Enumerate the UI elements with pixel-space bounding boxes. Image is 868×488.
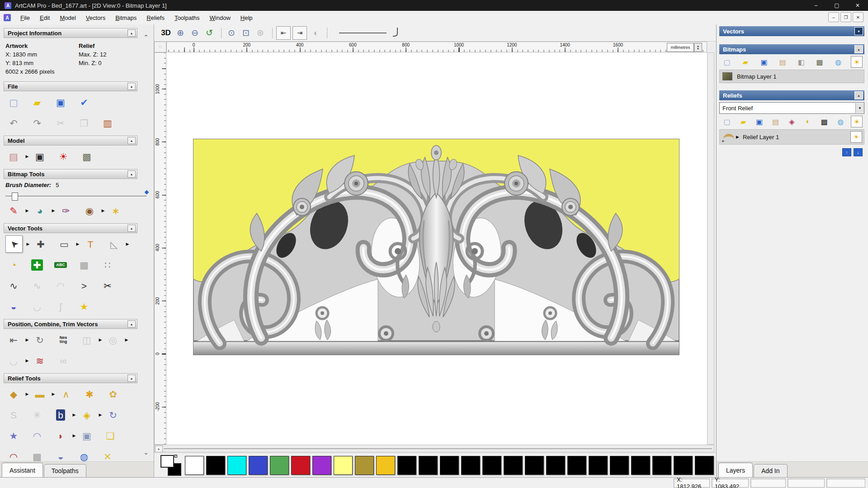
vectors-collapse-button[interactable]: ▼ (854, 27, 863, 35)
relief-layer-row[interactable]: ▶ Relief Layer 1 ☀ (719, 129, 864, 145)
paste-text-abc-icon[interactable]: ABC (52, 257, 69, 273)
colour-swatch-3[interactable] (249, 456, 268, 475)
colour-swatch-13[interactable] (461, 456, 480, 475)
minimize-button[interactable]: – (806, 0, 826, 11)
load-image-icon[interactable]: ▩ (79, 148, 95, 164)
texture-relief-icon[interactable]: ★ (5, 427, 22, 444)
colour-swatch-14[interactable] (482, 456, 501, 475)
preview-relief-layer-button[interactable]: ◖ (309, 27, 321, 39)
close-button[interactable]: ✕ (847, 0, 868, 11)
flyout-arrow-icon[interactable]: ▶ (24, 358, 30, 363)
lighting-icon[interactable]: ☀ (55, 148, 71, 164)
create-rectangle-icon[interactable]: ▭ (56, 236, 72, 252)
colour-swatch-24[interactable] (695, 456, 714, 475)
rollup-button[interactable]: ▲ (127, 320, 136, 328)
tab-add-in[interactable]: Add In (754, 464, 787, 477)
create-star-icon[interactable]: ★ (76, 298, 92, 314)
reliefs-collapse-button[interactable]: ▲ (854, 91, 863, 99)
image-layer-icon[interactable]: ▩ (814, 56, 826, 68)
spin-relief-icon[interactable]: ✿ (105, 386, 121, 402)
tab-layers[interactable]: Layers (718, 463, 753, 477)
child-minimize-button[interactable]: – (828, 12, 839, 22)
greyscale-relief-icon[interactable]: ▩ (818, 116, 830, 127)
slider-thumb[interactable] (12, 192, 18, 201)
delete-relief-layer-icon[interactable]: ◍ (835, 116, 846, 127)
paste-bitmap-icon[interactable]: ▤ (777, 56, 788, 68)
tape-measure-icon[interactable]: ◔ (5, 257, 22, 273)
colour-swatch-7[interactable] (334, 456, 353, 475)
vertical-scrollbar[interactable] (707, 52, 714, 445)
colour-swatch-23[interactable] (674, 456, 693, 475)
ruler-origin-button[interactable]: ∷ (154, 42, 166, 52)
scrollbar-left-button[interactable]: ▸ (155, 446, 163, 452)
fit-arcs-icon[interactable]: > (76, 277, 92, 294)
menu-toolpaths[interactable]: Toolpaths (170, 13, 205, 23)
child-restore-button[interactable]: ❐ (840, 12, 851, 22)
colour-swatch-8[interactable] (355, 456, 374, 475)
two-rail-sweep-icon[interactable]: ∧ (58, 386, 74, 402)
open-model-icon[interactable]: ▰ (29, 94, 45, 110)
fillet-icon[interactable]: ◡ (5, 352, 22, 369)
child-close-button[interactable]: ✕ (853, 12, 863, 22)
mirror-vectors-icon[interactable]: ʃ (52, 298, 69, 314)
flyout-arrow-icon[interactable]: ▶ (98, 413, 103, 417)
copy-icon[interactable]: ❐ (76, 115, 92, 131)
create-polyline-icon[interactable]: ∿ (5, 277, 22, 294)
interlock-icon[interactable]: ∞ (55, 352, 71, 369)
flyout-arrow-icon[interactable]: ▶ (125, 242, 130, 246)
tab-assistant[interactable]: Assistant (2, 463, 43, 477)
align-vectors-icon[interactable]: ⇤ (5, 332, 22, 348)
menu-edit[interactable]: Edit (35, 13, 55, 23)
group-vectors-icon[interactable]: ◫ (79, 332, 95, 348)
flyout-arrow-icon[interactable]: ▶ (24, 392, 30, 396)
create-plane-icon[interactable]: ▬ (32, 386, 48, 402)
move-layer-down-button[interactable]: ↓ (854, 148, 863, 156)
relief-layers-icon[interactable]: ❏ (102, 427, 118, 444)
transform-vectors-icon[interactable]: ✚ (33, 236, 49, 252)
open-relief-icon[interactable]: ▰ (737, 116, 749, 127)
vector-texture-icon[interactable]: ≋ (32, 352, 48, 369)
new-relief-layer-icon[interactable]: ▢ (721, 116, 733, 127)
panel-scroll-down-icon[interactable]: ⌄ (141, 447, 151, 457)
flyout-arrow-icon[interactable]: ▶ (75, 242, 80, 246)
relief-visibility-bulb-icon[interactable]: ☀ (850, 131, 862, 143)
menu-file[interactable]: File (15, 13, 35, 23)
move-layer-up-button[interactable]: ↑ (842, 148, 851, 156)
invert-model-icon[interactable]: ▣ (32, 148, 48, 164)
save-bitmap-icon[interactable]: ▣ (758, 56, 770, 68)
zoom-1to1-button[interactable]: ⊙ (225, 27, 238, 39)
weld-vectors-icon[interactable]: ◎ (105, 332, 121, 348)
previous-view-button[interactable]: ⇤ (276, 26, 291, 40)
model-options-icon[interactable]: ✔ (76, 94, 92, 110)
colour-swatch-6[interactable] (312, 456, 331, 475)
notes-icon[interactable]: ▥ (99, 115, 116, 131)
rollup-button[interactable]: ▲ (127, 170, 136, 178)
horizontal-scrollbar[interactable]: ▸ (154, 445, 714, 452)
new-model-icon[interactable]: ▢ (5, 94, 22, 110)
flood-fill-icon[interactable]: ◕ (32, 202, 48, 219)
flyout-arrow-icon[interactable]: ▶ (71, 433, 77, 438)
relief-select-dropdown[interactable]: Front Relief ▼ (719, 102, 864, 114)
greyscale-bitmap-icon[interactable]: ◧ (795, 56, 807, 68)
menu-model[interactable]: Model (55, 13, 80, 23)
colour-swatch-22[interactable] (652, 456, 671, 475)
colour-swatch-5[interactable] (291, 456, 310, 475)
delete-bitmap-layer-icon[interactable]: ◍ (832, 56, 844, 68)
extrude-icon[interactable]: ✱ (81, 386, 98, 402)
colour-picker-icon[interactable]: ✑ (58, 202, 74, 219)
panel-scroll-up-icon[interactable]: ⌃ (141, 33, 151, 42)
colour-swatch-2[interactable] (227, 456, 246, 475)
flyout-arrow-icon[interactable]: ▶ (51, 392, 56, 396)
flyout-arrow-icon[interactable]: ▶ (98, 338, 103, 342)
rollup-button[interactable]: ▲ (127, 83, 136, 90)
distort-cage-icon[interactable]: ▦ (76, 257, 92, 273)
fit-curve-icon[interactable]: ◡ (29, 298, 45, 314)
rollup-button[interactable]: ▲ (127, 225, 136, 232)
paint-icon[interactable]: ✎ (5, 202, 22, 219)
next-view-button[interactable]: ⇥ (292, 26, 307, 40)
colour-swatch-1[interactable] (206, 456, 225, 475)
units-dropdown-button[interactable]: ▲▼ (694, 43, 702, 52)
brush-diameter-slider[interactable] (5, 192, 146, 200)
flyout-arrow-icon[interactable]: ▶ (25, 242, 31, 246)
weave-wizard-icon[interactable]: ✳ (29, 407, 45, 423)
